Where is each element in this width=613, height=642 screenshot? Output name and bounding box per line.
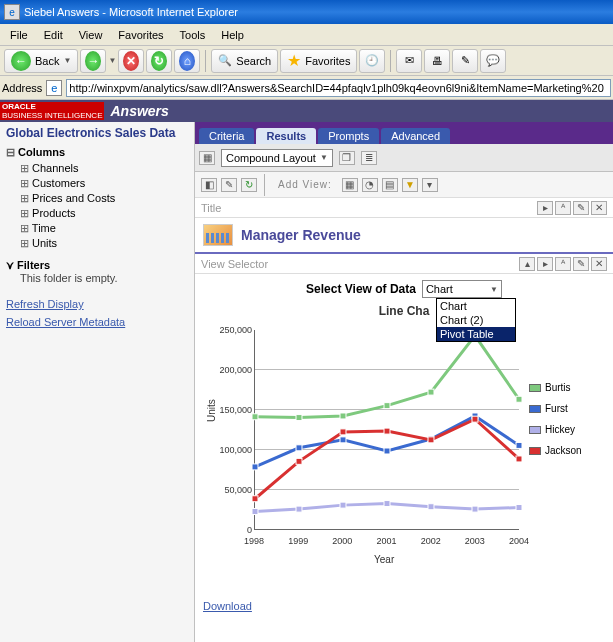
vs-format-icon[interactable]: ᴬ <box>555 257 571 271</box>
col-products[interactable]: Products <box>6 206 188 221</box>
forward-button[interactable]: → <box>80 49 106 73</box>
svg-rect-25 <box>428 437 434 443</box>
reload-metadata-link[interactable]: Reload Server Metadata <box>6 316 188 328</box>
x-tick: 1998 <box>244 536 264 546</box>
menu-file[interactable]: File <box>2 27 36 43</box>
addview-table-icon[interactable]: ▦ <box>342 178 358 192</box>
address-input[interactable] <box>66 79 611 97</box>
addview-pivot-icon[interactable]: ▤ <box>382 178 398 192</box>
title-edit-icon[interactable]: ✎ <box>573 201 589 215</box>
vs-edit-icon[interactable]: ✎ <box>573 257 589 271</box>
chevron-down-icon: ▼ <box>490 285 498 294</box>
addview-chart-icon[interactable]: ◔ <box>362 178 378 192</box>
menu-favorites[interactable]: Favorites <box>110 27 171 43</box>
stop-button[interactable]: ✕ <box>118 49 144 73</box>
title-move-icon[interactable]: ▸ <box>537 201 553 215</box>
menu-tools[interactable]: Tools <box>172 27 214 43</box>
svg-rect-10 <box>384 448 390 454</box>
filters-header[interactable]: Filters <box>6 259 188 272</box>
menu-view[interactable]: View <box>71 27 111 43</box>
col-prices[interactable]: Prices and Costs <box>6 191 188 206</box>
refresh-view-icon[interactable]: ✎ <box>221 178 237 192</box>
x-tick: 2004 <box>509 536 529 546</box>
main-panel: Criteria Results Prompts Advanced ▦ Comp… <box>195 122 613 642</box>
add-view-row: ◧ ✎ ↻ Add View: ▦ ◔ ▤ ▼ ▾ <box>195 172 613 198</box>
vs-move-icon[interactable]: ▸ <box>537 257 553 271</box>
vs-moveup-icon[interactable]: ▴ <box>519 257 535 271</box>
title-section-label: Title <box>201 202 221 214</box>
copy-icon[interactable]: ❐ <box>339 151 355 165</box>
compound-layout-select[interactable]: Compound Layout ▼ <box>221 149 333 167</box>
filters-empty: This folder is empty. <box>6 272 188 284</box>
vs-delete-icon[interactable]: ✕ <box>591 257 607 271</box>
x-axis-label: Year <box>374 554 394 565</box>
view-option-chart2[interactable]: Chart (2) <box>437 313 515 327</box>
home-button[interactable]: ⌂ <box>174 49 200 73</box>
preview-icon[interactable]: ◧ <box>201 178 217 192</box>
legend-item[interactable]: Furst <box>529 403 582 414</box>
legend-item[interactable]: Burtis <box>529 382 582 393</box>
tab-results[interactable]: Results <box>256 128 316 144</box>
y-tick: 150,000 <box>218 405 252 415</box>
col-time[interactable]: Time <box>6 221 188 236</box>
svg-rect-9 <box>340 437 346 443</box>
address-bar: Address e <box>0 76 613 100</box>
legend-item[interactable]: Hickey <box>529 424 582 435</box>
history-button[interactable]: 🕘 <box>359 49 385 73</box>
refresh-data-icon[interactable]: ↻ <box>241 178 257 192</box>
window-titlebar: e Siebel Answers - Microsoft Internet Ex… <box>0 0 613 24</box>
col-customers[interactable]: Customers <box>6 176 188 191</box>
properties-icon[interactable]: ≣ <box>361 151 377 165</box>
svg-rect-4 <box>428 389 434 395</box>
col-units[interactable]: Units <box>6 236 188 251</box>
y-tick: 250,000 <box>218 325 252 335</box>
addview-more-icon[interactable]: ▾ <box>422 178 438 192</box>
svg-rect-20 <box>516 505 522 511</box>
favorites-button[interactable]: ★Favorites <box>280 49 357 73</box>
search-button[interactable]: 🔍Search <box>211 49 278 73</box>
tab-criteria[interactable]: Criteria <box>199 128 254 144</box>
title-format-icon[interactable]: ᴬ <box>555 201 571 215</box>
col-channels[interactable]: Channels <box>6 161 188 176</box>
view-selector-label: View Selector <box>201 258 268 270</box>
chart-plot[interactable] <box>254 330 519 530</box>
menu-edit[interactable]: Edit <box>36 27 71 43</box>
svg-rect-13 <box>516 442 522 448</box>
tab-advanced[interactable]: Advanced <box>381 128 450 144</box>
discuss-button[interactable]: 💬 <box>480 49 506 73</box>
svg-rect-7 <box>252 464 258 470</box>
svg-rect-8 <box>296 445 302 451</box>
print-icon: 🖶 <box>432 55 443 67</box>
app-header: ORACLEBUSINESS INTELLIGENCE Answers <box>0 100 613 122</box>
back-button[interactable]: ←Back▼ <box>4 49 78 73</box>
page-icon: e <box>46 80 62 96</box>
back-label: Back <box>35 55 59 67</box>
home-icon: ⌂ <box>179 51 195 71</box>
view-option-pivot[interactable]: Pivot Table <box>437 327 515 341</box>
tab-prompts[interactable]: Prompts <box>318 128 379 144</box>
chart-legend: BurtisFurstHickeyJackson <box>529 382 582 466</box>
menu-help[interactable]: Help <box>213 27 252 43</box>
columns-header[interactable]: Columns <box>6 146 188 159</box>
print-button[interactable]: 🖶 <box>424 49 450 73</box>
svg-rect-3 <box>384 403 390 409</box>
legend-item[interactable]: Jackson <box>529 445 582 456</box>
view-select-options: Chart Chart (2) Pivot Table <box>436 298 516 342</box>
layout-icon[interactable]: ▦ <box>199 151 215 165</box>
addview-filter-icon[interactable]: ▼ <box>402 178 418 192</box>
view-option-chart[interactable]: Chart <box>437 299 515 313</box>
download-link[interactable]: Download <box>195 596 260 616</box>
refresh-button[interactable]: ↻ <box>146 49 172 73</box>
x-tick: 2001 <box>376 536 396 546</box>
stop-icon: ✕ <box>123 51 139 71</box>
title-delete-icon[interactable]: ✕ <box>591 201 607 215</box>
menubar: File Edit View Favorites Tools Help <box>0 24 613 46</box>
view-select-dropdown[interactable]: Chart ▼ <box>422 280 502 298</box>
view-select-row: Select View of Data Chart ▼ Chart Chart … <box>195 274 613 304</box>
mail-button[interactable]: ✉ <box>396 49 422 73</box>
mail-icon: ✉ <box>405 54 414 67</box>
edit-button[interactable]: ✎ <box>452 49 478 73</box>
refresh-display-link[interactable]: Refresh Display <box>6 298 188 310</box>
app-name: Answers <box>104 103 174 119</box>
title-section-header: Title ▸ ᴬ ✎ ✕ <box>195 198 613 218</box>
